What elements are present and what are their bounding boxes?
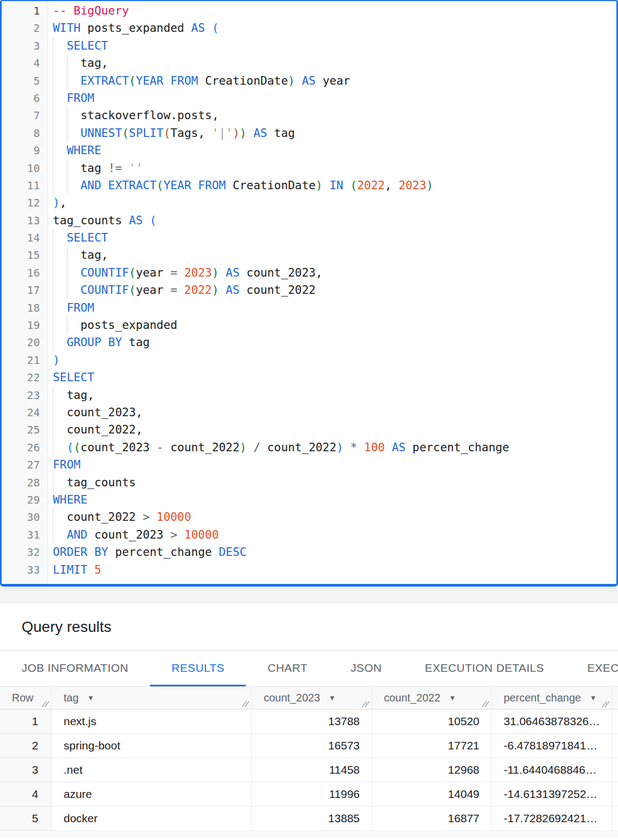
code-token — [205, 21, 212, 35]
line-number: 5 — [2, 72, 47, 89]
indent-guide — [53, 508, 53, 526]
indent-guide — [53, 160, 53, 177]
code-token: FROM — [198, 178, 225, 192]
code-token — [177, 283, 184, 297]
code-line: UNNEST(SPLIT(Tags, '|')) AS tag — [53, 125, 616, 142]
code-line: count_2022 > 10000 — [53, 508, 616, 526]
cell-tag: next.js — [52, 710, 252, 734]
code-token — [150, 510, 157, 524]
col-header-tag[interactable]: tag▼ — [52, 686, 252, 710]
code-line: COUNTIF(year = 2022) AS count_2022 — [53, 281, 616, 299]
code-token: AS — [392, 440, 406, 454]
line-number: 2 — [2, 19, 47, 37]
sort-dropdown-icon[interactable]: ▼ — [329, 694, 336, 702]
cell-percent_change: -11.6440468846… — [492, 758, 612, 782]
tab-results[interactable]: RESULTS — [150, 651, 246, 686]
code-token — [246, 126, 253, 140]
code-line: FROM — [53, 299, 616, 316]
tab-chart[interactable]: CHART — [246, 651, 329, 686]
code-token: DESC — [219, 545, 246, 559]
code-line: LIMIT 5 — [53, 561, 616, 579]
code-token: AS — [129, 214, 143, 227]
code-token: year — [315, 74, 350, 87]
line-number: 18 — [2, 299, 47, 316]
col-header-count_2022[interactable]: count_2022▼ — [372, 686, 492, 710]
code-token: percent_change — [108, 545, 219, 559]
sort-dropdown-icon[interactable]: ▼ — [589, 694, 596, 702]
code-line: ORDER BY percent_change DESC — [53, 543, 616, 561]
code-token: AS — [302, 74, 316, 87]
code-token: percent_change — [406, 440, 509, 454]
code-token: '' — [129, 161, 143, 175]
indent-guide — [67, 281, 67, 299]
cell-row: 4 — [0, 782, 52, 807]
code-token: count_2023 — [87, 528, 170, 541]
editor-gutter: 1234567891011121314151617181920212223242… — [2, 1, 48, 584]
line-number: 29 — [2, 491, 47, 508]
column-resize-handle[interactable] — [602, 700, 610, 707]
col-header-percent_change[interactable]: percent_change▼ — [492, 686, 612, 710]
line-number: 32 — [2, 543, 47, 561]
cell-spacer — [612, 734, 618, 758]
code-token — [191, 178, 198, 192]
code-line: SELECT — [53, 37, 616, 54]
tab-job-information[interactable]: JOB INFORMATION — [0, 651, 150, 686]
code-token — [87, 563, 94, 576]
code-token: ( — [129, 266, 136, 279]
column-resize-handle[interactable] — [242, 700, 250, 707]
code-token: ) — [53, 196, 60, 209]
col-header-spacer — [612, 686, 618, 710]
code-token: ( — [350, 178, 357, 192]
column-resize-handle[interactable] — [482, 700, 490, 707]
code-token: ) — [212, 283, 219, 297]
code-line: ) — [53, 352, 616, 369]
line-number: 33 — [2, 561, 47, 579]
code-line: COUNTIF(year = 2023) AS count_2023, — [53, 264, 616, 281]
tab-execution-details[interactable]: EXECUTION DETAILS — [403, 651, 566, 686]
code-line: FROM — [53, 89, 616, 107]
sort-dropdown-icon[interactable]: ▼ — [87, 694, 94, 702]
line-number: 30 — [2, 508, 47, 526]
indent-guide — [67, 107, 67, 124]
code-token: tag, — [53, 56, 108, 70]
line-number: 1 — [2, 2, 47, 19]
code-token: ( — [73, 440, 80, 454]
tab-json[interactable]: JSON — [329, 651, 403, 686]
code-token: count_2022 — [163, 440, 239, 454]
line-number: 21 — [2, 352, 47, 369]
code-line: EXTRACT(YEAR FROM CreationDate) AS year — [53, 72, 616, 89]
code-token: IN — [329, 178, 344, 192]
cell-percent_change: -6.47818971841… — [492, 734, 612, 758]
column-resize-handle[interactable] — [42, 700, 50, 707]
code-token: ) — [212, 266, 219, 279]
col-header-count_2023[interactable]: count_2023▼ — [252, 686, 372, 710]
code-token: AS — [191, 21, 205, 35]
indent-guide — [53, 439, 53, 456]
line-number: 17 — [2, 281, 47, 299]
code-token: - — [156, 440, 163, 454]
code-token: ( — [67, 440, 74, 454]
code-lines[interactable]: -- BigQueryWITH posts_expanded AS ( SELE… — [48, 1, 616, 584]
line-number: 19 — [2, 316, 47, 334]
tab-execution-graph[interactable]: EXECUTION GRAPH — [566, 651, 618, 686]
code-line: WHERE — [53, 491, 616, 508]
code-token: CreationDate — [198, 74, 288, 87]
code-token: ( — [129, 74, 136, 87]
column-resize-handle[interactable] — [362, 700, 370, 707]
code-token: posts_expanded — [53, 318, 177, 332]
code-token — [177, 528, 184, 541]
indent-guide — [53, 474, 53, 491]
code-line: tag, — [53, 246, 616, 264]
code-token: Tags, — [170, 126, 212, 140]
sort-dropdown-icon[interactable]: ▼ — [449, 694, 456, 702]
cell-row: 1 — [0, 710, 52, 734]
col-header-row: Row — [0, 686, 52, 710]
cell-tag: docker — [52, 807, 252, 831]
code-token: year — [136, 266, 170, 279]
line-number: 31 — [2, 526, 47, 543]
code-token: tag_counts — [53, 214, 129, 227]
sql-editor[interactable]: 1234567891011121314151617181920212223242… — [0, 0, 618, 587]
code-token: , — [385, 178, 399, 192]
indent-guide — [67, 177, 67, 194]
code-token: stackoverflow.posts, — [53, 108, 219, 122]
